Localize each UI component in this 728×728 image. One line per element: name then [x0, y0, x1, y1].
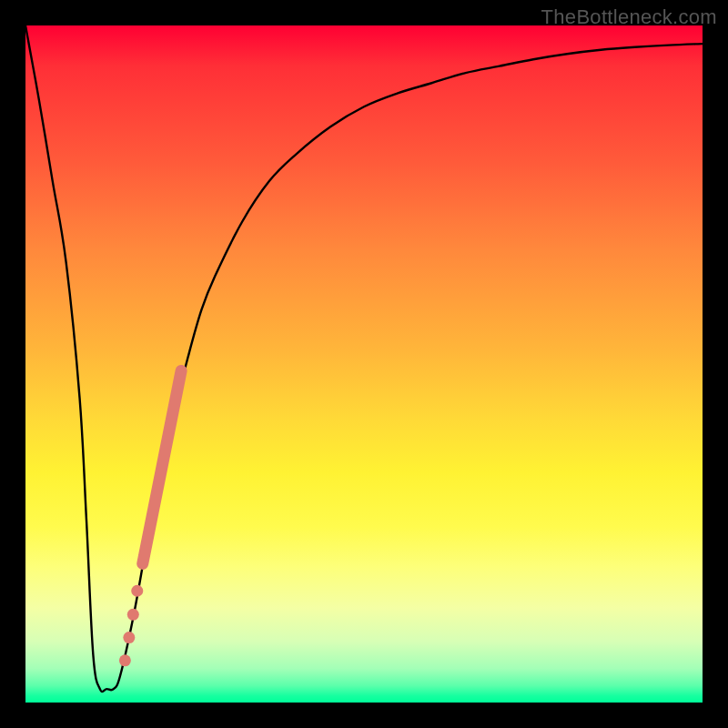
- highlight-dot: [127, 609, 139, 621]
- highlight-segment: [143, 370, 181, 563]
- chart-area: [25, 25, 703, 703]
- bottleneck-curve: [25, 25, 703, 692]
- watermark-text: TheBottleneck.com: [541, 5, 717, 29]
- chart-svg: [25, 25, 703, 703]
- highlight-dot: [123, 632, 135, 643]
- highlight-dot: [119, 654, 131, 666]
- highlight-dot: [131, 585, 143, 597]
